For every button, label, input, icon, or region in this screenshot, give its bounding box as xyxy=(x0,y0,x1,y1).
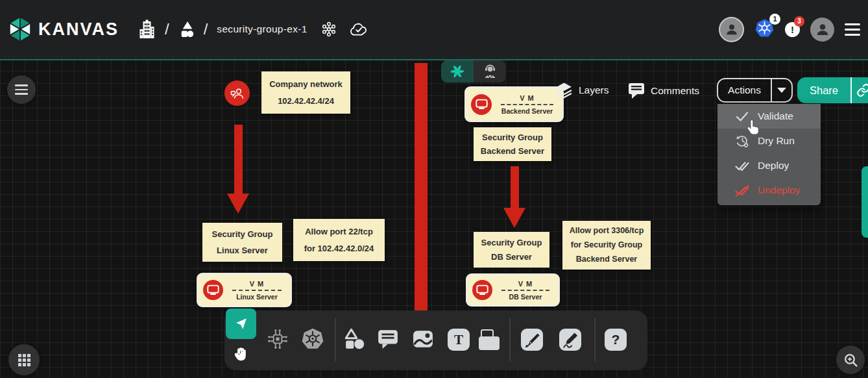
apps-grid-button[interactable] xyxy=(8,344,40,375)
user-avatar[interactable] xyxy=(810,18,834,42)
note-line: Security Group xyxy=(474,238,549,247)
collaborator-avatar[interactable] xyxy=(719,17,744,42)
pen-icon xyxy=(524,331,541,349)
note-line: Security Group xyxy=(202,230,282,238)
actions-dropdown-toggle[interactable] xyxy=(772,88,791,93)
note-line: Backend Server xyxy=(474,147,551,155)
toolbar-divider xyxy=(509,318,511,361)
allow-port-22-note[interactable]: Allow port 22/tcp for 102.42.42.0/24 xyxy=(293,219,385,261)
comments-label: Comments xyxy=(651,85,699,97)
main-menu-icon[interactable] xyxy=(845,23,860,36)
menu-item-dry-run[interactable]: Dry Run xyxy=(717,129,821,153)
monitor-icon xyxy=(476,284,488,296)
double-check-icon xyxy=(734,158,750,173)
comment-tool-button[interactable] xyxy=(377,329,399,349)
kubernetes-status[interactable]: 1 xyxy=(754,18,775,41)
cpu-circuit-icon xyxy=(266,327,289,351)
arrow-sg-backend-to-db[interactable] xyxy=(511,166,519,209)
kubernetes-wheel-icon xyxy=(300,327,325,351)
arrowhead xyxy=(503,208,525,228)
selection-mini-toolbar xyxy=(441,60,506,82)
mesh-icon[interactable] xyxy=(320,21,337,38)
cloud-sync-icon[interactable] xyxy=(349,21,368,37)
sg-db-note[interactable]: Security Group DB Server xyxy=(474,232,549,268)
help-icon: ? xyxy=(612,332,620,347)
vm-icon-circle xyxy=(203,280,223,300)
vm-linux-card[interactable]: V M Linux Server xyxy=(197,273,292,307)
alerts-status[interactable]: ! 3 xyxy=(785,22,800,37)
shapes-breadcrumb-icon[interactable] xyxy=(178,21,195,38)
assistant-tool-button[interactable] xyxy=(474,60,506,82)
vm-icon-circle xyxy=(471,94,492,115)
comment-tool-icon xyxy=(377,329,399,349)
help-button[interactable]: ? xyxy=(605,329,627,351)
kubernetes-tool-button[interactable] xyxy=(300,327,325,351)
pen-tool-button[interactable] xyxy=(521,329,543,351)
logo-text: KANVAS xyxy=(38,19,119,40)
infrastructure-tool-button[interactable] xyxy=(266,327,289,351)
select-arrow-icon xyxy=(234,316,248,331)
support-agent-icon xyxy=(482,64,498,80)
side-panel-tab[interactable] xyxy=(862,166,868,238)
vm-icon-circle xyxy=(472,280,492,300)
company-network-note[interactable]: Company network 102.42.42.4/24 xyxy=(261,71,350,114)
menu-item-deploy[interactable]: Deploy xyxy=(717,153,821,178)
note-line: for 102.42.42.0/24 xyxy=(293,244,385,253)
vm-divider xyxy=(232,290,282,291)
company-network-node[interactable] xyxy=(224,81,250,106)
vm-title: V M xyxy=(498,280,553,288)
alert-count-badge: 3 xyxy=(794,16,804,27)
kubernetes-count-badge: 1 xyxy=(769,14,780,25)
pencil-icon xyxy=(562,331,579,349)
vortex-tool-button[interactable] xyxy=(441,60,474,82)
note-line: Backend Server xyxy=(562,255,651,264)
layers-button[interactable]: Layers xyxy=(555,82,609,99)
note-tool-icon xyxy=(478,329,500,351)
menu-item-validate[interactable]: Validate xyxy=(717,104,821,129)
monitor-icon xyxy=(476,99,488,110)
vm-db-card[interactable]: V M DB Server xyxy=(466,273,560,307)
note-tool-button[interactable] xyxy=(478,329,500,351)
menu-item-undeploy[interactable]: Undeploy xyxy=(717,178,821,203)
image-tool-button[interactable] xyxy=(413,329,433,349)
breadcrumb-project-name[interactable]: security-group-ex-1 xyxy=(217,23,307,35)
vm-title: V M xyxy=(497,94,557,102)
dry-run-icon xyxy=(734,133,750,149)
breadcrumb-separator: / xyxy=(204,20,208,38)
allow-port-3306-note[interactable]: Allow port 3306/tcp for Security Group B… xyxy=(562,221,651,270)
copy-link-button[interactable] xyxy=(852,83,868,97)
sg-backend-note[interactable]: Security Group Backend Server xyxy=(474,127,551,161)
kanvas-logo-icon[interactable] xyxy=(8,16,32,43)
organization-icon[interactable] xyxy=(138,19,156,40)
note-line: Security Group xyxy=(474,133,551,142)
kanvas-app: KANVAS / / security-group-ex xyxy=(0,0,868,378)
vm-divider xyxy=(501,290,549,291)
zoom-button[interactable] xyxy=(836,346,865,374)
menu-item-label: Validate xyxy=(758,110,793,122)
red-divider-bar[interactable] xyxy=(415,63,428,310)
text-tool-icon: T xyxy=(454,332,463,348)
link-icon xyxy=(856,83,868,97)
bottom-toolbar: T xyxy=(224,310,647,370)
menu-icon xyxy=(15,84,28,95)
note-line: for Security Group xyxy=(562,241,651,249)
select-tool-button[interactable] xyxy=(226,309,256,339)
pencil-tool-button[interactable] xyxy=(559,329,581,351)
toolbar-divider xyxy=(335,318,336,361)
menu-item-label: Dry Run xyxy=(758,135,795,147)
arrow-company-to-sg[interactable] xyxy=(234,125,243,195)
shapes-tool-button[interactable] xyxy=(343,327,365,351)
actions-button[interactable]: Actions xyxy=(717,78,793,103)
canvas-menu-button[interactable] xyxy=(7,75,36,104)
sg-linux-note[interactable]: Security Group Linux Server xyxy=(202,223,282,262)
vortex-icon xyxy=(449,63,466,80)
chevron-down-icon xyxy=(777,88,786,93)
undeploy-icon xyxy=(734,183,750,197)
pan-tool-button[interactable] xyxy=(226,340,256,368)
shapes-icon xyxy=(343,327,365,351)
grid-icon xyxy=(18,354,30,366)
comments-button[interactable]: Comments xyxy=(628,82,699,99)
vm-backend-card[interactable]: V M Backend Server xyxy=(464,86,564,122)
text-tool-button[interactable]: T xyxy=(448,329,470,351)
share-button[interactable]: Share xyxy=(797,77,868,103)
